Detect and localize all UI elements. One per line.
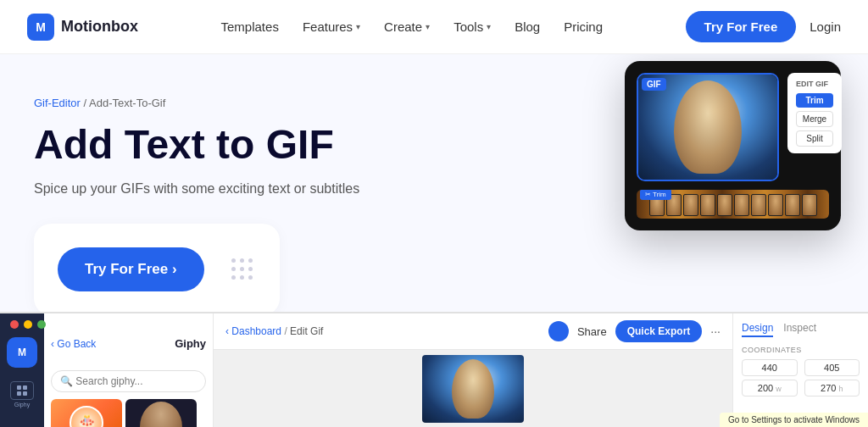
canvas-content bbox=[422, 355, 524, 423]
more-options-button[interactable]: ··· bbox=[710, 324, 721, 338]
editor-topbar-actions: Share Quick Export ··· bbox=[548, 320, 721, 342]
svg-rect-0 bbox=[17, 385, 21, 390]
dashboard-link[interactable]: ‹ Dashboard bbox=[225, 325, 281, 337]
window-controls bbox=[0, 313, 56, 329]
chevron-down-icon: ▾ bbox=[426, 22, 430, 31]
editor-strip: M Giphy ‹ Go Back Giphy 🎂 ‹ bbox=[0, 312, 868, 427]
edit-gif-label: Edit Gif bbox=[290, 325, 323, 337]
go-back-button[interactable]: ‹ Go Back bbox=[51, 338, 96, 350]
wh-dimensions: 200 w 270 h bbox=[742, 380, 860, 396]
hero-section: Gif-Editor / Add-Text-To-Gif Add Text to… bbox=[0, 54, 868, 312]
editor-topbar: ‹ Dashboard / Edit Gif Share Quick Expor… bbox=[214, 313, 732, 350]
nav-pricing[interactable]: Pricing bbox=[564, 19, 603, 34]
sidebar-logo-icon: M bbox=[7, 337, 37, 368]
share-label[interactable]: Share bbox=[577, 325, 607, 338]
coordinates-label: COORDINATES bbox=[742, 346, 860, 354]
sidebar-item-logo: M bbox=[7, 337, 37, 368]
gif-edit-panel: EDIT GIF Trim Merge Split bbox=[787, 73, 842, 153]
gif-edit-title: EDIT GIF bbox=[796, 80, 833, 88]
xy-coordinates: 440 405 bbox=[742, 359, 860, 376]
giphy-thumb-2[interactable] bbox=[125, 399, 197, 427]
sidebar-item-templates[interactable]: Giphy bbox=[10, 381, 34, 408]
gif-filmstrip: ✂ Trim bbox=[637, 190, 829, 219]
user-avatar bbox=[548, 321, 569, 341]
logo-icon: M bbox=[27, 14, 54, 41]
logo[interactable]: M Motionbox bbox=[27, 14, 138, 41]
chevron-down-icon: ▾ bbox=[356, 22, 360, 31]
gif-merge-button[interactable]: Merge bbox=[796, 111, 833, 127]
decorative-dots bbox=[231, 258, 253, 280]
brand-name: Motionbox bbox=[61, 18, 138, 36]
nav-blog[interactable]: Blog bbox=[515, 19, 540, 34]
svg-rect-1 bbox=[23, 385, 27, 390]
giphy-label: Giphy bbox=[175, 337, 206, 350]
nav-templates[interactable]: Templates bbox=[221, 19, 279, 34]
editor-canvas bbox=[214, 350, 732, 427]
height-value[interactable]: 270 h bbox=[804, 380, 860, 396]
width-value[interactable]: 200 w bbox=[742, 380, 798, 396]
gif-trim-button[interactable]: Trim bbox=[796, 93, 833, 108]
y-coord[interactable]: 405 bbox=[804, 359, 860, 376]
giphy-search-input[interactable] bbox=[51, 370, 206, 392]
editor-giphy-panel: ‹ Go Back Giphy 🎂 bbox=[44, 313, 214, 427]
x-coord[interactable]: 440 bbox=[742, 359, 798, 376]
editor-main: ‹ Dashboard / Edit Gif Share Quick Expor… bbox=[214, 313, 732, 427]
nav-features[interactable]: Features ▾ bbox=[303, 19, 360, 34]
chevron-down-icon: ▾ bbox=[487, 22, 491, 31]
nav-tools[interactable]: Tools ▾ bbox=[453, 19, 491, 34]
editor-right-tabs: Design Inspect bbox=[742, 322, 860, 337]
login-button[interactable]: Login bbox=[810, 19, 841, 34]
quick-export-button[interactable]: Quick Export bbox=[615, 320, 703, 342]
nav-create[interactable]: Create ▾ bbox=[384, 19, 430, 34]
navbar: M Motionbox Templates Features ▾ Create … bbox=[0, 0, 868, 54]
minimize-button[interactable] bbox=[24, 320, 32, 329]
gif-badge: GIF bbox=[642, 78, 666, 91]
tab-design[interactable]: Design bbox=[742, 322, 773, 337]
windows-activation-notice: Go to Settings to activate Windows bbox=[720, 413, 868, 427]
editor-right-panel: Design Inspect COORDINATES 440 405 200 w… bbox=[732, 313, 868, 427]
gif-preview-card: GIF EDIT GIF Trim Merge Split ✂ Trim bbox=[625, 61, 841, 230]
svg-rect-3 bbox=[23, 391, 27, 396]
nav-actions: Try For Free Login bbox=[686, 11, 841, 42]
editor-sidebar: M Giphy bbox=[0, 313, 44, 427]
svg-rect-2 bbox=[17, 391, 21, 396]
close-button[interactable] bbox=[10, 320, 19, 329]
tab-inspect[interactable]: Inspect bbox=[783, 322, 816, 337]
maximize-button[interactable] bbox=[37, 320, 46, 329]
editor-breadcrumb: ‹ Dashboard / Edit Gif bbox=[225, 325, 323, 337]
templates-label: Giphy bbox=[14, 402, 30, 408]
gif-split-button[interactable]: Split bbox=[796, 130, 833, 147]
giphy-thumbnails: 🎂 bbox=[51, 399, 206, 427]
templates-icon bbox=[10, 381, 34, 400]
giphy-thumb-1[interactable]: 🎂 bbox=[51, 399, 122, 427]
try-for-free-button[interactable]: Try For Free bbox=[686, 11, 797, 42]
hero-try-button[interactable]: Try For Free › bbox=[58, 247, 204, 291]
breadcrumb-gif-editor[interactable]: Gif-Editor bbox=[34, 97, 81, 109]
trim-badge: ✂ Trim bbox=[640, 190, 671, 200]
breadcrumb-add-text: Add-Text-To-Gif bbox=[89, 97, 165, 109]
nav-links: Templates Features ▾ Create ▾ Tools ▾ Bl… bbox=[221, 19, 604, 34]
